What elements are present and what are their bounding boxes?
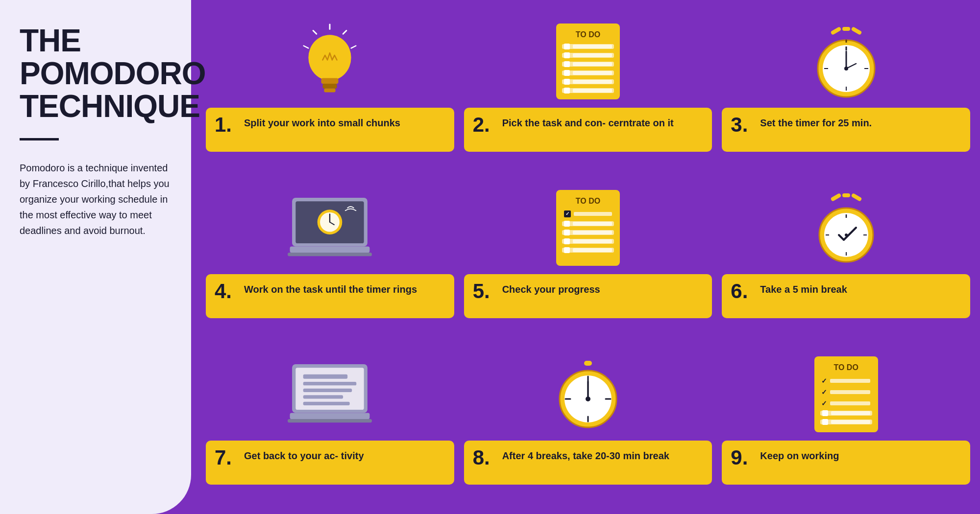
- step-6-number: 6.: [731, 281, 755, 302]
- step-6: 6. Take a 5 min break: [722, 181, 970, 338]
- step-5: TO DO ✓ 5. Check your progress: [464, 181, 712, 338]
- clock-simple-icon: [541, 348, 635, 441]
- svg-rect-31: [842, 193, 850, 197]
- left-panel: THE POMODORO TECHNIQUE Pomodoro is a tec…: [0, 0, 191, 514]
- svg-rect-49: [290, 413, 370, 419]
- step-9-number: 9.: [731, 447, 755, 468]
- step-5-number: 5.: [473, 281, 497, 302]
- svg-rect-30: [288, 253, 372, 256]
- svg-line-8: [304, 46, 309, 48]
- step-9-text: Keep on working: [760, 447, 839, 462]
- step-2-label: 2. Pick the task and con- cerntrate on i…: [464, 108, 712, 152]
- description-text: Pomodoro is a technique invented by Fran…: [20, 160, 172, 238]
- step-8: 8. After 4 breaks, take 20-30 min break: [464, 348, 712, 504]
- title-divider: [20, 138, 59, 140]
- svg-point-60: [586, 397, 590, 401]
- todo-header-label: TO DO: [562, 30, 614, 39]
- step-3: 3. Set the timer for 25 min.: [722, 15, 970, 171]
- step-5-text: Check your progress: [502, 281, 600, 296]
- svg-rect-11: [851, 26, 862, 35]
- step-7-number: 7.: [215, 447, 239, 468]
- step-6-label: 6. Take a 5 min break: [722, 274, 970, 318]
- step-2-text: Pick the task and con- cerntrate on it: [502, 115, 674, 129]
- svg-rect-10: [830, 26, 841, 35]
- step-4-number: 4.: [215, 281, 239, 302]
- svg-rect-44: [303, 374, 347, 379]
- svg-rect-4: [321, 78, 339, 84]
- stopwatch-check-icon: [800, 181, 893, 274]
- step-9-label: 9. Keep on working: [722, 441, 970, 485]
- svg-rect-47: [303, 395, 343, 398]
- svg-rect-46: [303, 389, 352, 392]
- laptop-timer-icon: [283, 181, 376, 274]
- step-8-label: 8. After 4 breaks, take 20-30 min break: [464, 441, 712, 485]
- step-2: TO DO 2. Pick the task and con- cerntrat…: [464, 15, 712, 171]
- svg-rect-6: [324, 89, 336, 93]
- step-4-label: 4. Work on the task until the timer ring…: [206, 274, 454, 318]
- todo-check-icon: TO DO ✓: [541, 181, 635, 274]
- todo-multi-check-icon: TO DO ✓ ✓ ✓: [800, 348, 893, 441]
- svg-line-2: [313, 30, 317, 34]
- svg-rect-29: [290, 246, 370, 253]
- step-8-number: 8.: [473, 447, 497, 468]
- main-title: THE POMODORO TECHNIQUE: [20, 24, 172, 123]
- step-8-text: After 4 breaks, take 20-30 min break: [502, 447, 669, 462]
- todo-list-icon: TO DO: [541, 15, 635, 108]
- step-1-number: 1.: [215, 115, 239, 135]
- svg-rect-48: [303, 402, 350, 405]
- svg-rect-50: [288, 419, 372, 422]
- step-3-number: 3.: [731, 115, 755, 135]
- lightbulb-icon: [283, 15, 376, 108]
- svg-rect-33: [851, 193, 862, 202]
- todo-header-3-label: TO DO: [820, 363, 872, 372]
- step-1-label: 1. Split your work into small chunks: [206, 108, 454, 152]
- step-4: 4. Work on the task until the timer ring…: [206, 181, 454, 338]
- step-5-label: 5. Check your progress: [464, 274, 712, 318]
- svg-line-7: [351, 46, 356, 48]
- step-1-text: Split your work into small chunks: [244, 115, 400, 129]
- svg-point-40: [845, 234, 848, 236]
- doc-laptop-icon: [283, 348, 376, 441]
- step-7-text: Get back to your ac- tivity: [244, 447, 364, 462]
- svg-rect-45: [303, 382, 357, 385]
- step-4-text: Work on the task until the timer rings: [244, 281, 417, 296]
- step-1: 1. Split your work into small chunks: [206, 15, 454, 171]
- step-6-text: Take a 5 min break: [760, 281, 847, 296]
- svg-rect-51: [584, 361, 592, 366]
- svg-line-1: [343, 30, 346, 34]
- step-9: TO DO ✓ ✓ ✓ 9.: [722, 348, 970, 504]
- stopwatch-icon: [800, 15, 893, 108]
- step-3-label: 3. Set the timer for 25 min.: [722, 108, 970, 152]
- step-7: 7. Get back to your ac- tivity: [206, 348, 454, 504]
- step-3-text: Set the timer for 25 min.: [760, 115, 872, 129]
- steps-grid: 1. Split your work into small chunks TO …: [206, 15, 970, 504]
- todo-header-2-label: TO DO: [562, 197, 614, 206]
- step-7-label: 7. Get back to your ac- tivity: [206, 441, 454, 485]
- svg-rect-9: [842, 27, 850, 31]
- svg-rect-5: [323, 84, 337, 89]
- svg-rect-32: [830, 193, 841, 202]
- step-2-number: 2.: [473, 115, 497, 135]
- svg-point-20: [844, 67, 848, 70]
